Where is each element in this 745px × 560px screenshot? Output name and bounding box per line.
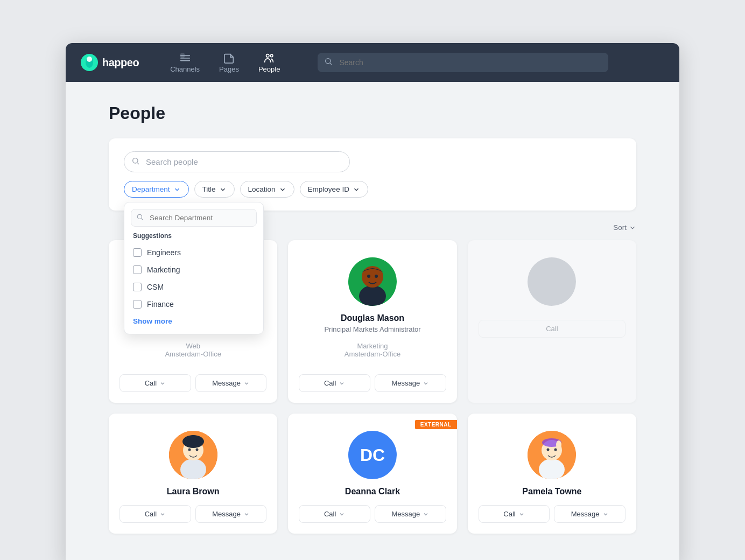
engineers-checkbox[interactable] xyxy=(133,248,142,257)
main-content: People Department Title xyxy=(66,82,679,560)
marketing-checkbox[interactable] xyxy=(133,265,142,274)
message-btn-laura[interactable]: Message xyxy=(195,505,267,523)
call-btn-pamela[interactable]: Call xyxy=(479,505,550,523)
person-name-deanna: Deanna Clark xyxy=(345,487,400,496)
person-location-molina: Amsterdam-Office xyxy=(165,350,221,358)
svg-point-18 xyxy=(362,266,383,288)
avatar-pamela xyxy=(528,431,576,479)
call-btn-deanna[interactable]: Call xyxy=(299,505,370,523)
department-filter-label: Department xyxy=(132,185,170,193)
show-more-link[interactable]: Show more xyxy=(124,313,263,330)
message-btn-molina[interactable]: Message xyxy=(195,374,267,392)
call-btn-third[interactable]: Call xyxy=(479,320,625,338)
people-search-icon xyxy=(131,157,140,167)
employee-id-filter-label: Employee ID xyxy=(308,185,349,193)
call-btn-douglas[interactable]: Call xyxy=(299,374,370,392)
dept-item-marketing[interactable]: Marketing xyxy=(124,261,263,278)
chevron-down-icon xyxy=(219,186,227,193)
department-filter-btn[interactable]: Department xyxy=(124,181,189,198)
pages-label: Pages xyxy=(219,65,239,73)
svg-point-24 xyxy=(188,449,191,451)
avatar-pamela-img xyxy=(528,431,576,479)
svg-point-34 xyxy=(556,440,561,449)
people-icon xyxy=(263,52,275,64)
chevron-down-icon xyxy=(602,511,609,517)
svg-point-25 xyxy=(195,449,198,451)
chevron-down-icon xyxy=(353,186,360,193)
card-actions-laura: Call Message xyxy=(120,505,266,523)
external-badge-deanna: EXTERNAL xyxy=(415,420,457,429)
people-search-wrap xyxy=(124,151,621,172)
svg-point-27 xyxy=(190,435,196,442)
chevron-down-icon xyxy=(243,511,250,517)
call-btn-laura[interactable]: Call xyxy=(120,505,191,523)
person-name-douglas: Douglas Mason xyxy=(341,313,404,323)
channels-icon xyxy=(179,52,191,64)
filter-row: Department Title Location Employee ID xyxy=(124,181,621,198)
avatar-laura xyxy=(169,431,217,479)
engineers-label: Engineers xyxy=(147,248,181,257)
finance-checkbox[interactable] xyxy=(133,300,142,309)
call-btn-molina[interactable]: Call xyxy=(120,374,191,392)
chevron-down-icon xyxy=(243,380,250,387)
global-search xyxy=(318,53,664,72)
chevron-down-icon xyxy=(423,380,429,387)
chevron-down-icon xyxy=(173,186,181,193)
people-search-input[interactable] xyxy=(124,151,350,172)
people-label: People xyxy=(258,65,280,73)
app-window: happeo Channels Pages xyxy=(66,43,679,560)
svg-point-20 xyxy=(375,275,378,278)
avatar-laura-img xyxy=(169,431,217,479)
chevron-down-icon xyxy=(518,511,525,517)
nav-item-channels[interactable]: Channels xyxy=(163,48,207,78)
card-actions-third: Call xyxy=(479,320,625,338)
avatar-initials-deanna: DC xyxy=(360,445,385,465)
dept-item-engineers[interactable]: Engineers xyxy=(124,244,263,261)
chevron-down-icon xyxy=(159,380,166,387)
message-btn-deanna[interactable]: Message xyxy=(375,505,446,523)
person-location-douglas: Amsterdam-Office xyxy=(345,350,401,358)
channels-label: Channels xyxy=(170,65,200,73)
navbar: happeo Channels Pages xyxy=(66,43,679,82)
logo-text: happeo xyxy=(102,57,139,69)
card-actions-molina: Call Message xyxy=(120,374,266,392)
chevron-down-icon xyxy=(339,511,345,517)
search-section: Department Title Location Employee ID xyxy=(109,138,636,211)
logo-icon xyxy=(81,54,98,71)
avatar-douglas-img xyxy=(348,257,397,306)
finance-label: Finance xyxy=(147,300,174,309)
nav-item-people[interactable]: People xyxy=(251,48,287,78)
svg-point-2 xyxy=(87,57,92,62)
person-card-laura: Laura Brown Call Message xyxy=(109,414,277,534)
sort-button[interactable]: Sort xyxy=(613,223,636,232)
svg-point-32 xyxy=(554,449,557,451)
location-filter-btn[interactable]: Location xyxy=(240,181,294,198)
dept-item-csm[interactable]: CSM xyxy=(124,278,263,296)
svg-rect-3 xyxy=(180,53,184,57)
chevron-down-icon xyxy=(423,511,429,517)
person-title-douglas: Principal Markets Administrator xyxy=(324,325,420,333)
search-icon xyxy=(324,57,333,68)
global-search-input[interactable] xyxy=(318,53,608,72)
person-card-third: Call xyxy=(468,240,636,403)
title-filter-label: Title xyxy=(202,185,216,193)
sort-chevron-icon xyxy=(629,224,636,232)
pages-icon xyxy=(223,52,235,64)
department-dropdown: Suggestions Engineers Marketing CSM xyxy=(124,202,264,334)
card-actions-douglas: Call Message xyxy=(299,374,446,392)
avatar-third xyxy=(528,257,576,306)
employee-id-filter-btn[interactable]: Employee ID xyxy=(300,181,368,198)
csm-checkbox[interactable] xyxy=(133,283,142,291)
logo[interactable]: happeo xyxy=(81,54,139,71)
person-card-deanna: EXTERNAL DC Deanna Clark Call Message xyxy=(288,414,456,534)
title-filter-btn[interactable]: Title xyxy=(194,181,235,198)
svg-point-19 xyxy=(367,275,370,278)
message-btn-douglas[interactable]: Message xyxy=(375,374,446,392)
nav-item-pages[interactable]: Pages xyxy=(212,48,247,78)
svg-point-31 xyxy=(547,449,550,451)
dept-item-finance[interactable]: Finance xyxy=(124,296,263,313)
suggestions-label: Suggestions xyxy=(124,232,263,244)
dept-search-input[interactable] xyxy=(131,209,257,227)
svg-point-4 xyxy=(266,54,270,57)
message-btn-pamela[interactable]: Message xyxy=(554,505,625,523)
